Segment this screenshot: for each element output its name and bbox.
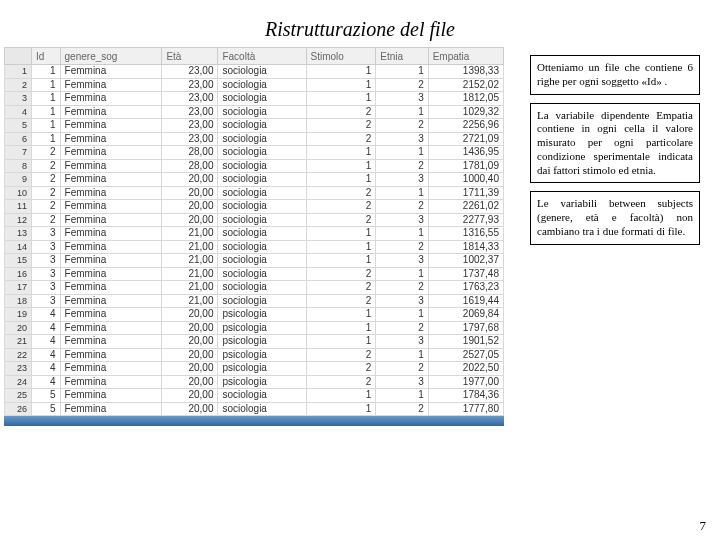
- cell-id: 3: [32, 227, 61, 241]
- table-row: 82Femmina28,00sociologia121781,09: [5, 159, 504, 173]
- cell-genere: Femmina: [60, 335, 162, 349]
- row-number: 17: [5, 281, 32, 295]
- cell-facolta: sociologia: [218, 213, 306, 227]
- cell-eta: 28,00: [162, 146, 218, 160]
- cell-eta: 23,00: [162, 92, 218, 106]
- cell-id: 4: [32, 362, 61, 376]
- cell-facolta: sociologia: [218, 159, 306, 173]
- cell-etnia: 1: [376, 308, 428, 322]
- cell-eta: 23,00: [162, 119, 218, 133]
- cell-genere: Femmina: [60, 159, 162, 173]
- cell-id: 2: [32, 146, 61, 160]
- cell-etnia: 2: [376, 200, 428, 214]
- row-number: 21: [5, 335, 32, 349]
- page-number: 7: [700, 518, 707, 534]
- cell-empatia: 1619,44: [428, 294, 503, 308]
- cell-etnia: 3: [376, 213, 428, 227]
- cell-empatia: 2261,02: [428, 200, 503, 214]
- cell-facolta: sociologia: [218, 65, 306, 79]
- cell-id: 3: [32, 254, 61, 268]
- cell-genere: Femmina: [60, 308, 162, 322]
- cell-genere: Femmina: [60, 321, 162, 335]
- cell-genere: Femmina: [60, 362, 162, 376]
- table-row: 41Femmina23,00sociologia211029,32: [5, 105, 504, 119]
- cell-eta: 21,00: [162, 254, 218, 268]
- table-row: 204Femmina20,00psicologia121797,68: [5, 321, 504, 335]
- row-number: 3: [5, 92, 32, 106]
- cell-etnia: 3: [376, 92, 428, 106]
- cell-stimolo: 2: [306, 105, 376, 119]
- cell-facolta: sociologia: [218, 240, 306, 254]
- status-bar: [4, 416, 504, 426]
- table-row: 194Femmina20,00psicologia112069,84: [5, 308, 504, 322]
- table-row: 61Femmina23,00sociologia232721,09: [5, 132, 504, 146]
- cell-genere: Femmina: [60, 146, 162, 160]
- cell-id: 4: [32, 321, 61, 335]
- cell-empatia: 1398,33: [428, 65, 503, 79]
- row-number: 9: [5, 173, 32, 187]
- row-number: 11: [5, 200, 32, 214]
- cell-id: 2: [32, 173, 61, 187]
- cell-etnia: 1: [376, 186, 428, 200]
- cell-facolta: sociologia: [218, 186, 306, 200]
- cell-stimolo: 1: [306, 159, 376, 173]
- table-row: 21Femmina23,00sociologia122152,02: [5, 78, 504, 92]
- cell-empatia: 1777,80: [428, 402, 503, 416]
- row-number: 18: [5, 294, 32, 308]
- table-row: 244Femmina20,00psicologia231977,00: [5, 375, 504, 389]
- cell-etnia: 2: [376, 321, 428, 335]
- cell-facolta: psicologia: [218, 321, 306, 335]
- cell-eta: 23,00: [162, 78, 218, 92]
- cell-id: 5: [32, 389, 61, 403]
- row-number: 8: [5, 159, 32, 173]
- cell-facolta: sociologia: [218, 173, 306, 187]
- cell-empatia: 1901,52: [428, 335, 503, 349]
- cell-facolta: psicologia: [218, 308, 306, 322]
- cell-facolta: sociologia: [218, 200, 306, 214]
- cell-empatia: 1812,05: [428, 92, 503, 106]
- cell-stimolo: 2: [306, 132, 376, 146]
- cell-etnia: 1: [376, 389, 428, 403]
- cell-genere: Femmina: [60, 119, 162, 133]
- cell-stimolo: 2: [306, 375, 376, 389]
- cell-eta: 21,00: [162, 240, 218, 254]
- cell-id: 4: [32, 335, 61, 349]
- cell-genere: Femmina: [60, 402, 162, 416]
- cell-genere: Femmina: [60, 281, 162, 295]
- cell-eta: 21,00: [162, 227, 218, 241]
- cell-id: 3: [32, 240, 61, 254]
- cell-stimolo: 1: [306, 389, 376, 403]
- cell-etnia: 2: [376, 159, 428, 173]
- row-number: 12: [5, 213, 32, 227]
- table-row: 255Femmina20,00sociologia111784,36: [5, 389, 504, 403]
- cell-empatia: 1797,68: [428, 321, 503, 335]
- cell-empatia: 1029,32: [428, 105, 503, 119]
- cell-eta: 20,00: [162, 362, 218, 376]
- row-number: 6: [5, 132, 32, 146]
- note-box-1: Otteniamo un file che contiene 6 righe p…: [530, 55, 700, 95]
- cell-id: 2: [32, 186, 61, 200]
- table-row: 122Femmina20,00sociologia232277,93: [5, 213, 504, 227]
- row-number: 24: [5, 375, 32, 389]
- cell-id: 1: [32, 78, 61, 92]
- cell-id: 4: [32, 308, 61, 322]
- row-number: 10: [5, 186, 32, 200]
- cell-genere: Femmina: [60, 348, 162, 362]
- row-number: 22: [5, 348, 32, 362]
- cell-empatia: 1784,36: [428, 389, 503, 403]
- cell-stimolo: 2: [306, 348, 376, 362]
- cell-genere: Femmina: [60, 294, 162, 308]
- table-row: 153Femmina21,00sociologia131002,37: [5, 254, 504, 268]
- cell-stimolo: 2: [306, 200, 376, 214]
- cell-stimolo: 2: [306, 186, 376, 200]
- cell-empatia: 2277,93: [428, 213, 503, 227]
- col-empatia: Empatia: [428, 48, 503, 65]
- cell-eta: 23,00: [162, 65, 218, 79]
- cell-stimolo: 1: [306, 65, 376, 79]
- col-eta: Età: [162, 48, 218, 65]
- cell-empatia: 2527,05: [428, 348, 503, 362]
- cell-empatia: 1002,37: [428, 254, 503, 268]
- cell-stimolo: 2: [306, 213, 376, 227]
- cell-stimolo: 1: [306, 146, 376, 160]
- cell-eta: 20,00: [162, 402, 218, 416]
